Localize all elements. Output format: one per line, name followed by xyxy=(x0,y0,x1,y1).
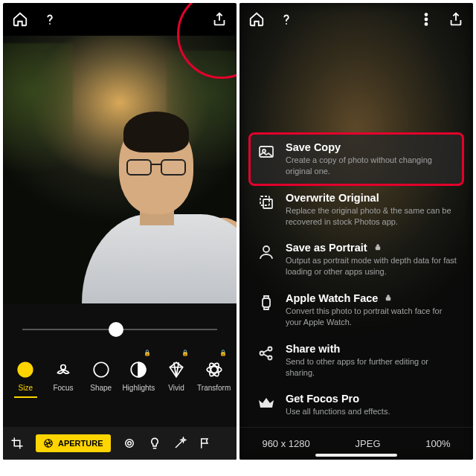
option-overwrite[interactable]: Overwrite Original Replace the original … xyxy=(250,184,463,235)
svg-point-13 xyxy=(425,19,428,21)
lock-icon xyxy=(373,242,382,254)
aperture-icon xyxy=(14,358,36,381)
mode-size[interactable]: Size xyxy=(7,356,44,395)
wand-icon[interactable] xyxy=(173,437,187,450)
lens-icon[interactable] xyxy=(123,437,136,450)
subject-person xyxy=(74,118,223,303)
option-get-pro[interactable]: Get Focos Pro Use all functions and effe… xyxy=(250,385,463,425)
meta-quality[interactable]: 100% xyxy=(425,438,450,449)
contrast-icon xyxy=(127,358,149,381)
help-icon[interactable] xyxy=(40,10,60,29)
mode-label: Focus xyxy=(53,384,73,392)
lock-icon: 🔒 xyxy=(219,350,227,356)
photo-canvas[interactable] xyxy=(3,36,237,303)
svg-rect-18 xyxy=(263,199,272,208)
option-desc: Use all functions and effects. xyxy=(286,406,457,417)
option-watch-face[interactable]: Apple Watch Face Convert this photo to p… xyxy=(250,285,463,335)
share-icon xyxy=(256,343,277,364)
topbar xyxy=(239,3,473,36)
option-desc: Create a copy of photo without changing … xyxy=(286,155,457,177)
lock-icon: 🔒 xyxy=(144,350,151,356)
lock-icon: 🔒 xyxy=(181,350,189,356)
svg-point-11 xyxy=(286,23,287,25)
svg-point-3 xyxy=(94,362,109,377)
option-title: Save as Portrait xyxy=(286,242,367,254)
mode-label: Transform xyxy=(197,384,231,392)
option-desc: Convert this photo to portrait watch fac… xyxy=(286,306,457,328)
slider-thumb[interactable] xyxy=(109,322,123,337)
option-title: Overwrite Original xyxy=(286,192,457,204)
mode-focus[interactable]: Focus xyxy=(45,356,82,395)
svg-point-12 xyxy=(425,13,428,16)
meta-dimensions[interactable]: 960 x 1280 xyxy=(262,438,309,449)
export-icon[interactable] xyxy=(446,10,466,29)
mode-vivid[interactable]: 🔒 Vivid xyxy=(158,356,195,395)
lock-icon xyxy=(384,292,393,304)
svg-point-14 xyxy=(425,23,428,25)
option-title: Get Focos Pro xyxy=(286,393,457,405)
svg-point-19 xyxy=(263,246,269,252)
home-icon[interactable] xyxy=(247,10,266,29)
light-icon[interactable] xyxy=(148,437,161,450)
crop-icon[interactable] xyxy=(10,437,24,450)
svg-point-9 xyxy=(125,440,133,448)
svg-rect-21 xyxy=(263,298,270,307)
option-title: Apple Watch Face xyxy=(286,292,378,304)
screen-export-sheet: Save Copy Create a copy of photo without… xyxy=(239,3,473,460)
aperture-label: APERTURE xyxy=(58,439,103,448)
option-share[interactable]: Share with Send to other apps for furthe… xyxy=(250,335,463,386)
svg-point-10 xyxy=(127,442,131,446)
mode-label: Shape xyxy=(90,384,112,392)
option-save-copy[interactable]: Save Copy Create a copy of photo without… xyxy=(250,134,463,184)
atom-icon xyxy=(203,358,225,381)
bottom-toolbar: APERTURE xyxy=(3,427,237,460)
person-icon xyxy=(256,242,277,263)
option-title: Share with xyxy=(286,343,457,355)
option-desc: Output as portrait mode with depth data … xyxy=(286,255,457,277)
mode-highlights[interactable]: 🔒 Highlights xyxy=(120,356,157,395)
screen-editor: Size Focus Shape 🔒 Highlights 🔒 Vivid xyxy=(3,3,237,460)
aperture-slider[interactable] xyxy=(22,329,217,330)
mode-label: Size xyxy=(19,384,33,392)
mode-transform[interactable]: 🔒 Transform xyxy=(196,356,232,395)
flower-icon xyxy=(52,358,74,381)
option-desc: Replace the original photo & the same ca… xyxy=(286,205,457,228)
option-title: Save Copy xyxy=(286,141,457,153)
overwrite-icon xyxy=(256,192,277,213)
export-icon[interactable] xyxy=(210,10,229,29)
diamond-icon xyxy=(165,358,187,381)
svg-point-0 xyxy=(49,23,51,25)
image-icon xyxy=(256,141,277,162)
svg-rect-22 xyxy=(386,298,390,301)
controls-panel: Size Focus Shape 🔒 Highlights 🔒 Vivid xyxy=(3,303,237,460)
circle-icon xyxy=(90,358,112,381)
mode-label: Vivid xyxy=(168,384,184,392)
help-icon[interactable] xyxy=(277,10,296,29)
topbar xyxy=(3,3,237,36)
home-indicator xyxy=(315,454,397,457)
home-icon[interactable] xyxy=(10,10,30,29)
crown-icon xyxy=(256,393,277,414)
flag-icon[interactable] xyxy=(199,437,212,450)
aperture-button[interactable]: APERTURE xyxy=(36,434,111,452)
export-meta: 960 x 1280 JPEG 100% xyxy=(239,427,473,449)
more-icon[interactable] xyxy=(416,10,436,29)
svg-rect-17 xyxy=(260,196,269,205)
export-options: Save Copy Create a copy of photo without… xyxy=(250,134,463,422)
mode-label: Highlights xyxy=(122,384,155,392)
watch-icon xyxy=(256,292,277,313)
svg-point-5 xyxy=(207,367,222,373)
mode-tabs: Size Focus Shape 🔒 Highlights 🔒 Vivid xyxy=(3,356,237,399)
meta-format[interactable]: JPEG xyxy=(356,438,381,449)
option-desc: Send to other apps for further editing o… xyxy=(286,356,457,379)
mode-shape[interactable]: Shape xyxy=(83,356,119,395)
option-save-portrait[interactable]: Save as Portrait Output as portrait mode… xyxy=(250,234,463,285)
svg-rect-20 xyxy=(376,247,380,251)
